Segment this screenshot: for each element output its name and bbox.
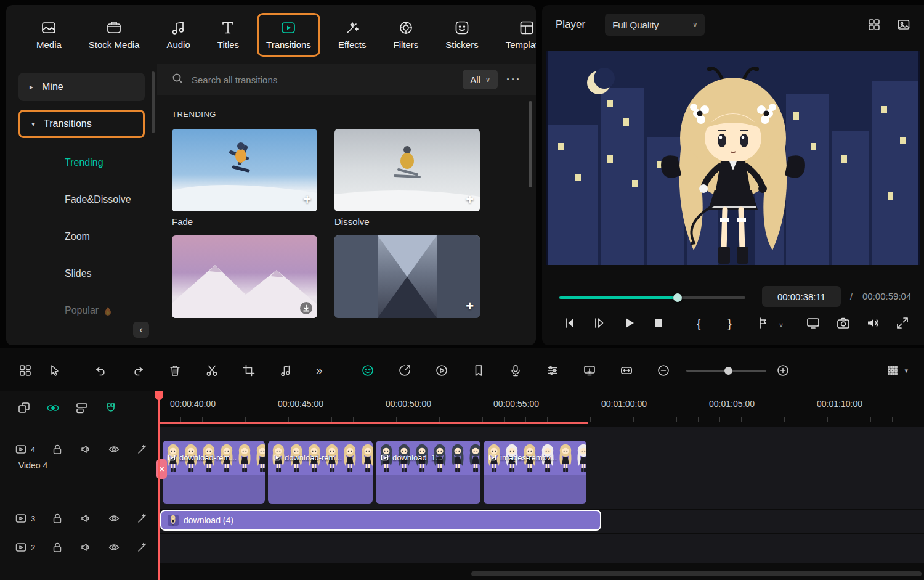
timeline-clip[interactable]: download-rem...: [268, 441, 373, 504]
undo-icon[interactable]: [94, 364, 108, 377]
collapse-panel-button[interactable]: ‹: [133, 322, 149, 338]
magnet-icon[interactable]: [104, 401, 118, 415]
playhead[interactable]: [158, 391, 160, 580]
zoom-out-icon[interactable]: [657, 364, 670, 377]
sidebar-item-fade-dissolve[interactable]: Fade&Dissolve: [6, 181, 157, 218]
video-preview[interactable]: [546, 51, 920, 265]
tab-templates[interactable]: Templates: [496, 13, 536, 57]
fullscreen-icon[interactable]: [895, 316, 910, 330]
layout-grid-icon[interactable]: [867, 18, 881, 31]
crop-icon[interactable]: [242, 364, 256, 377]
preview-render-icon[interactable]: [435, 364, 448, 377]
wand-icon[interactable]: [136, 443, 148, 455]
add-transition-icon[interactable]: +: [466, 298, 474, 314]
play-icon[interactable]: [622, 316, 636, 330]
more-options-icon[interactable]: ···: [506, 73, 521, 86]
timeline-clip[interactable]: download-rem...: [163, 441, 265, 504]
speaker-icon[interactable]: [79, 512, 92, 525]
image-preview-icon[interactable]: [897, 18, 910, 31]
sidebar-item-trending[interactable]: Trending: [6, 144, 157, 181]
chevron-down-icon[interactable]: ∨: [779, 321, 784, 329]
delete-icon[interactable]: [168, 364, 182, 377]
timeline-clip[interactable]: images-remov...: [484, 441, 586, 504]
previous-frame-icon[interactable]: [562, 316, 577, 330]
mirror-display-icon[interactable]: [806, 316, 821, 330]
library-scrollbar[interactable]: [529, 101, 532, 187]
smiley-face-icon[interactable]: [361, 364, 375, 377]
audio-mixer-icon[interactable]: [546, 364, 559, 377]
audio-adjust-icon[interactable]: [279, 364, 293, 377]
wand-icon[interactable]: [136, 512, 148, 525]
transitions-icon: [280, 20, 296, 36]
transition-thumbnail[interactable]: [172, 235, 317, 318]
select-tool-icon[interactable]: [48, 364, 62, 377]
tab-effects[interactable]: Effects: [329, 13, 376, 57]
filter-dropdown[interactable]: All ∨: [463, 70, 498, 89]
track-layers-icon[interactable]: [75, 401, 89, 415]
add-transition-icon[interactable]: +: [466, 192, 474, 208]
more-tools-icon[interactable]: »: [316, 364, 323, 377]
chevron-down-icon[interactable]: ▾: [904, 367, 908, 375]
duplicate-icon[interactable]: [17, 401, 31, 415]
transition-thumbnail[interactable]: +: [334, 235, 480, 318]
mark-in-icon[interactable]: {: [697, 317, 701, 331]
sidebar-item-zoom[interactable]: Zoom: [6, 218, 157, 255]
eye-icon[interactable]: [108, 443, 120, 455]
tab-stickers[interactable]: Stickers: [436, 13, 487, 57]
snapshot-camera-icon[interactable]: [836, 316, 851, 330]
export-frame-icon[interactable]: [583, 364, 596, 377]
tab-filters[interactable]: Filters: [384, 13, 428, 57]
quality-dropdown[interactable]: Full Quality ∨: [605, 14, 705, 36]
seek-bar[interactable]: [559, 296, 745, 299]
track-number: 4: [31, 445, 35, 454]
transition-thumbnail[interactable]: +: [172, 129, 317, 211]
auto-ripple-icon[interactable]: [620, 364, 633, 377]
grid-options-icon[interactable]: [886, 364, 899, 377]
timeline-zoom-slider[interactable]: [686, 370, 766, 372]
timeline-clip[interactable]: download_1...: [376, 441, 480, 504]
effects-icon: [344, 20, 360, 36]
tab-transitions[interactable]: Transitions: [257, 13, 320, 57]
eye-icon[interactable]: [108, 541, 120, 553]
add-transition-icon[interactable]: +: [303, 192, 311, 208]
voiceover-mic-icon[interactable]: [509, 364, 522, 377]
wand-icon[interactable]: [136, 541, 148, 553]
tab-stock-media[interactable]: Stock Media: [79, 13, 149, 57]
media-grid-icon[interactable]: [18, 364, 32, 377]
mark-out-icon[interactable]: }: [727, 317, 732, 331]
speaker-icon[interactable]: [79, 541, 92, 553]
tab-titles[interactable]: Titles: [208, 13, 248, 57]
speed-icon[interactable]: [398, 364, 411, 377]
lock-icon[interactable]: [51, 443, 63, 455]
next-frame-icon[interactable]: [592, 316, 607, 330]
zoom-in-icon[interactable]: [776, 364, 790, 377]
search-icon: [172, 73, 183, 86]
marker-flag-icon[interactable]: [472, 364, 485, 377]
split-scissors-icon[interactable]: [205, 364, 219, 377]
eye-icon[interactable]: [108, 512, 120, 525]
link-icon[interactable]: [46, 401, 60, 415]
search-input[interactable]: [192, 75, 454, 85]
download-icon[interactable]: [300, 302, 312, 314]
selected-clip[interactable]: download (4): [160, 510, 601, 531]
speaker-icon[interactable]: [79, 443, 92, 455]
seek-handle[interactable]: [673, 293, 682, 302]
lock-icon[interactable]: [51, 512, 63, 525]
tab-audio[interactable]: Audio: [157, 13, 199, 57]
sidebar-item-slides[interactable]: Slides: [6, 255, 157, 292]
transition-thumbnail[interactable]: +: [334, 129, 480, 211]
timeline-horizontal-scrollbar[interactable]: [471, 571, 922, 576]
zoom-slider-handle[interactable]: [724, 367, 732, 375]
sidebar-group-transitions[interactable]: ▾ Transitions: [18, 110, 145, 138]
tab-label: Audio: [166, 39, 190, 50]
sidebar-group-mine[interactable]: ▸ Mine: [18, 73, 145, 101]
tab-media[interactable]: Media: [27, 13, 71, 57]
redo-icon[interactable]: [131, 364, 145, 377]
tab-label: Stock Media: [89, 39, 140, 50]
transition-card-3: [172, 235, 317, 318]
lock-icon[interactable]: [51, 541, 63, 553]
stop-icon[interactable]: [651, 316, 666, 330]
sidebar-scrollbar[interactable]: [152, 71, 155, 133]
marker-tool-icon[interactable]: [756, 316, 771, 330]
volume-icon[interactable]: [865, 316, 880, 330]
